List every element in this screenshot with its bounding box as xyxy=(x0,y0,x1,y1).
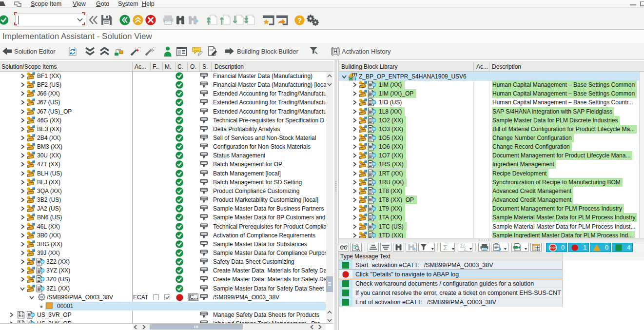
svg-text:H: H xyxy=(333,48,337,54)
svg-text:?: ? xyxy=(297,17,302,24)
svg-text:STOP: STOP xyxy=(550,247,556,249)
